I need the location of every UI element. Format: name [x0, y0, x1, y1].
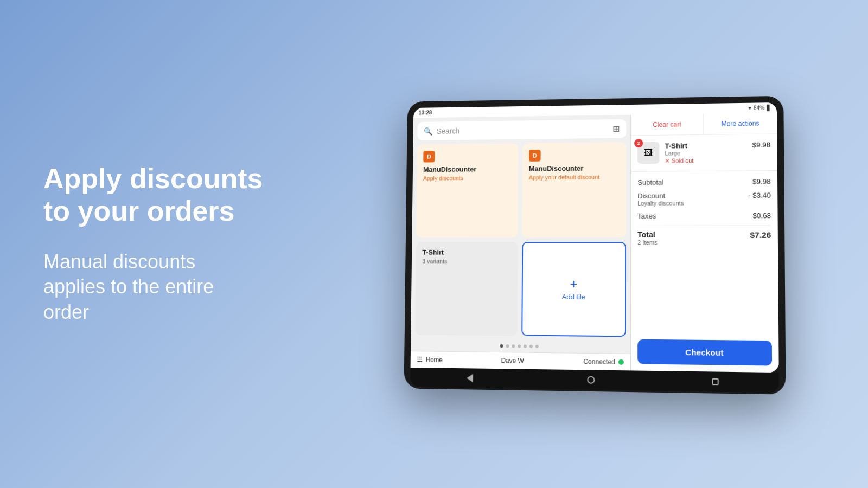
cart-header: Clear cart More actions	[631, 113, 777, 136]
taxes-value: $0.68	[752, 211, 771, 220]
status-icons: ▾ 84% ▋	[749, 105, 771, 111]
tile-name-2: ManuDiscounter	[529, 164, 620, 172]
tile-manudiscounter-1[interactable]: D ManuDiscounter Apply discounts	[416, 144, 518, 238]
item-image: 2 🖼	[637, 142, 659, 164]
subtotal-label: Subtotal	[637, 178, 663, 187]
screen: 🔍 Search ⊞ D ManuDiscounter Apply discou…	[411, 113, 779, 373]
grand-total-row: Total 2 Items $7.26	[637, 230, 771, 246]
home-label: Home	[426, 356, 443, 363]
tablet: 13:28 ▾ 84% ▋ 🔍 Search ⊞	[404, 96, 786, 395]
cart-item: 2 🖼 T-Shirt Large ✕ Sold out $9.98	[631, 134, 777, 172]
add-plus-icon: +	[570, 277, 577, 290]
subtotal-row: Subtotal $9.98	[637, 177, 771, 187]
tablet-wrapper: 13:28 ▾ 84% ▋ 🔍 Search ⊞	[315, 0, 868, 488]
pagination-dot-6[interactable]	[529, 345, 533, 348]
recents-icon	[712, 378, 719, 386]
search-placeholder: Search	[437, 125, 609, 136]
bottom-nav: ☰ Home Dave W Connected	[411, 351, 630, 370]
subtotal-value: $9.98	[752, 177, 771, 185]
home-icon	[587, 376, 595, 383]
tile-name-3: T-Shirt	[422, 248, 511, 256]
discount-value: - $3.40	[748, 191, 771, 206]
item-sold-out: ✕ Sold out	[665, 157, 746, 164]
clear-cart-button[interactable]: Clear cart	[631, 114, 704, 136]
discount-icon-1: D	[423, 151, 435, 163]
search-icon: 🔍	[424, 127, 432, 136]
tile-manudiscounter-2[interactable]: D ManuDiscounter Apply your default disc…	[522, 142, 626, 237]
discount-sub: Loyalty discounts	[637, 200, 684, 206]
back-icon	[467, 374, 473, 382]
connected-dot	[618, 359, 624, 365]
tile-add[interactable]: + Add tile	[521, 242, 626, 337]
cart-panel: Clear cart More actions 2 🖼 T-Shirt Larg…	[631, 113, 779, 373]
add-tile-label: Add tile	[562, 292, 585, 300]
taxes-row: Taxes $0.68	[637, 211, 771, 220]
grand-total-label: Total	[637, 230, 657, 239]
more-actions-button[interactable]: More actions	[704, 113, 777, 134]
cart-totals: Subtotal $9.98 Discount Loyalty discount…	[631, 171, 778, 341]
grand-total-value: $7.26	[750, 230, 771, 246]
recents-button[interactable]	[710, 376, 721, 388]
total-divider	[637, 225, 771, 226]
battery-text: 84%	[754, 105, 765, 111]
hamburger-icon: ☰	[417, 356, 423, 363]
hero-title: Apply discountsto your orders	[43, 163, 282, 228]
item-thumbnail: 🖼	[644, 148, 653, 158]
item-size: Large	[665, 149, 746, 156]
discount-label-group: Discount Loyalty discounts	[637, 191, 684, 206]
item-badge: 2	[634, 139, 643, 147]
battery-icon: ▋	[767, 105, 771, 111]
pagination-dot-5[interactable]	[524, 345, 527, 348]
search-bar[interactable]: 🔍 Search ⊞	[417, 119, 626, 140]
pagination-dot-3[interactable]	[512, 344, 515, 348]
tile-tshirt[interactable]: T-Shirt 3 variants	[415, 242, 518, 336]
discount-row: Discount Loyalty discounts - $3.40	[637, 191, 771, 206]
tile-sub-1: Apply discounts	[423, 175, 512, 182]
connected-label: Connected	[583, 358, 615, 366]
product-panel: 🔍 Search ⊞ D ManuDiscounter Apply discou…	[411, 115, 631, 371]
discount-icon-2: D	[529, 150, 541, 162]
pagination-dot-1[interactable]	[500, 344, 503, 348]
grand-total-sub: 2 Items	[637, 239, 657, 246]
pagination-dot-4[interactable]	[518, 344, 521, 348]
tile-sub-2: Apply your default discount	[529, 174, 620, 181]
taxes-label: Taxes	[637, 212, 656, 220]
discount-label: Discount	[637, 191, 684, 200]
nav-user: Dave W	[501, 357, 524, 365]
home-button[interactable]	[585, 374, 596, 386]
hero-section: Apply discountsto your orders Manual dis…	[0, 130, 315, 358]
grid-icon: ⊞	[612, 124, 620, 134]
wifi-icon: ▾	[749, 105, 751, 111]
checkout-button[interactable]: Checkout	[637, 339, 772, 366]
item-name: T-Shirt	[665, 141, 746, 150]
item-price: $9.98	[752, 141, 771, 149]
status-time: 13:28	[419, 110, 432, 115]
product-grid: D ManuDiscounter Apply discounts D ManuD…	[411, 142, 630, 341]
grand-label-group: Total 2 Items	[637, 230, 657, 246]
item-info: T-Shirt Large ✕ Sold out	[665, 141, 746, 165]
pagination-dot-7[interactable]	[535, 345, 539, 348]
tile-variants-3: 3 variants	[422, 258, 511, 265]
tile-name-1: ManuDiscounter	[423, 165, 512, 174]
nav-home[interactable]: ☰ Home	[417, 356, 443, 364]
nav-status: Connected	[583, 358, 624, 366]
pagination-dot-2[interactable]	[506, 344, 509, 348]
hero-subtitle: Manual discountsapplies to the entireord…	[43, 249, 282, 325]
back-button[interactable]	[464, 373, 475, 383]
